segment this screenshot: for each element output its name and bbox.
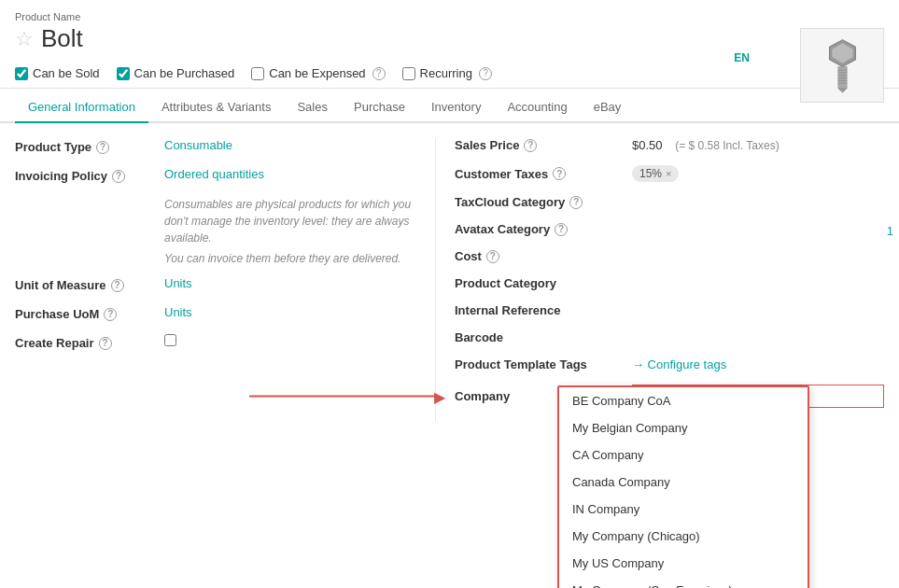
can-be-expensed-label: Can be Expensed — [269, 66, 365, 80]
avatax-category-help-icon[interactable]: ? — [555, 223, 568, 236]
unit-of-measure-help-icon[interactable]: ? — [111, 279, 124, 292]
can-be-expensed-checkbox-item: Can be Expensed ? — [251, 66, 385, 80]
main-content: Product Type ? Consumable Invoicing Poli… — [0, 123, 899, 436]
product-type-value[interactable]: Consumable — [164, 138, 416, 152]
unit-of-measure-label: Unit of Measure ? — [15, 276, 164, 292]
can-be-expensed-checkbox[interactable] — [251, 67, 264, 80]
checkboxes-row: Can be Sold Can be Purchased Can be Expe… — [15, 61, 884, 80]
tax-badge-label: 15% — [639, 167, 662, 180]
product-title-row: ☆ Bolt — [15, 24, 884, 53]
price-incl-taxes: (= $ 0.58 Incl. Taxes) — [675, 139, 780, 152]
dropdown-item-3[interactable]: Canada Company — [559, 469, 808, 496]
dropdown-item-6[interactable]: My US Company — [559, 550, 808, 577]
page-container: Product Name ☆ Bolt EN — [0, 0, 899, 588]
consumable-note-1: Consumables are physical products for wh… — [164, 196, 416, 246]
recurring-checkbox[interactable] — [402, 67, 415, 80]
consumable-note-2: You can invoice them before they are del… — [164, 250, 416, 267]
taxcloud-category-row: TaxCloud Category ? — [455, 195, 884, 209]
product-template-tags-label: Product Template Tags — [455, 357, 632, 371]
internal-reference-label: Internal Reference — [455, 303, 632, 317]
price-amount[interactable]: $0.50 — [632, 138, 663, 152]
taxcloud-category-label: TaxCloud Category ? — [455, 195, 632, 209]
tab-sales[interactable]: Sales — [284, 92, 341, 123]
invoicing-policy-value[interactable]: Ordered quantities — [164, 167, 416, 181]
customer-taxes-label: Customer Taxes ? — [455, 167, 632, 181]
product-header: Product Name ☆ Bolt EN — [0, 0, 899, 89]
dropdown-item-0[interactable]: BE Company CoA — [559, 387, 808, 414]
tab-general-information[interactable]: General Information — [15, 92, 148, 123]
customer-taxes-row: Customer Taxes ? 15% × — [455, 165, 884, 182]
product-type-label: Product Type ? — [15, 138, 164, 154]
can-be-sold-checkbox[interactable] — [15, 67, 28, 80]
sales-price-value: $0.50 (= $ 0.58 Incl. Taxes) — [632, 138, 884, 152]
tab-attributes-variants[interactable]: Attributes & Variants — [148, 92, 285, 123]
red-arrow-line — [249, 396, 436, 398]
taxcloud-category-help-icon[interactable]: ? — [569, 196, 583, 209]
purchase-uom-value[interactable]: Units — [164, 305, 416, 319]
favorite-star-icon[interactable]: ☆ — [15, 27, 34, 51]
tax-badge-remove-icon[interactable]: × — [666, 168, 671, 179]
purchase-uom-row: Purchase UoM ? Units — [15, 305, 416, 321]
red-arrow-head-icon: ▶ — [434, 387, 445, 405]
tab-inventory[interactable]: Inventory — [418, 92, 494, 123]
product-name-label: Product Name — [15, 11, 884, 22]
can-be-expensed-help-icon[interactable]: ? — [372, 67, 386, 80]
product-type-row: Product Type ? Consumable — [15, 138, 416, 154]
product-type-help-icon[interactable]: ? — [96, 141, 109, 154]
purchase-uom-help-icon[interactable]: ? — [104, 308, 117, 321]
customer-taxes-value: 15% × — [632, 165, 884, 182]
cost-help-icon[interactable]: ? — [486, 250, 499, 263]
product-title: Bolt — [41, 24, 83, 53]
unit-of-measure-row: Unit of Measure ? Units — [15, 276, 416, 292]
cost-label: Cost ? — [455, 249, 632, 263]
number-badge: 1 — [887, 224, 893, 238]
tabs-row: General Information Attributes & Variant… — [0, 92, 899, 123]
configure-tags-link[interactable]: → Configure tags — [632, 357, 884, 371]
product-category-label: Product Category — [455, 276, 632, 290]
svg-marker-9 — [837, 88, 846, 92]
product-image — [800, 28, 884, 103]
recurring-help-icon[interactable]: ? — [479, 67, 492, 80]
product-template-tags-row: Product Template Tags → Configure tags — [455, 357, 884, 371]
sales-price-help-icon[interactable]: ? — [524, 139, 537, 152]
sales-price-row: Sales Price ? $0.50 (= $ 0.58 Incl. Taxe… — [455, 138, 884, 152]
barcode-row: Barcode — [455, 330, 884, 344]
invoicing-policy-row: Invoicing Policy ? Ordered quantities — [15, 167, 416, 183]
product-category-row: Product Category — [455, 276, 884, 290]
can-be-sold-label: Can be Sold — [33, 66, 100, 80]
create-repair-checkbox[interactable] — [164, 334, 176, 346]
unit-of-measure-value[interactable]: Units — [164, 276, 416, 290]
tax-badge: 15% × — [632, 165, 679, 182]
tab-purchase[interactable]: Purchase — [341, 92, 418, 123]
purchase-uom-label: Purchase UoM ? — [15, 305, 164, 321]
create-repair-label: Create Repair ? — [15, 334, 164, 350]
tab-accounting[interactable]: Accounting — [494, 92, 580, 123]
barcode-label: Barcode — [455, 330, 632, 344]
left-panel: Product Type ? Consumable Invoicing Poli… — [15, 138, 435, 421]
dropdown-item-5[interactable]: My Company (Chicago) — [559, 523, 808, 550]
invoicing-policy-help-icon[interactable]: ? — [112, 170, 125, 183]
dropdown-item-1[interactable]: My Belgian Company — [559, 414, 808, 441]
create-repair-value — [164, 334, 416, 349]
customer-taxes-help-icon[interactable]: ? — [553, 167, 566, 180]
dropdown-item-4[interactable]: IN Company — [559, 496, 808, 523]
tab-ebay[interactable]: eBay — [581, 92, 635, 123]
can-be-purchased-checkbox-item: Can be Purchased — [117, 66, 235, 80]
bolt-svg — [808, 35, 878, 96]
product-template-tags-value: → Configure tags — [632, 357, 884, 371]
right-panel: Sales Price ? $0.50 (= $ 0.58 Incl. Taxe… — [435, 138, 884, 421]
create-repair-row: Create Repair ? — [15, 334, 416, 350]
dropdown-item-7[interactable]: My Company (San Francisco) — [559, 577, 808, 588]
sales-price-label: Sales Price ? — [455, 138, 632, 152]
create-repair-help-icon[interactable]: ? — [99, 337, 112, 350]
avatax-category-row: Avatax Category ? BE Company CoA My Belg… — [455, 222, 884, 236]
can-be-sold-checkbox-item: Can be Sold — [15, 66, 100, 80]
internal-reference-row: Internal Reference — [455, 303, 884, 317]
company-dropdown: BE Company CoA My Belgian Company CA Com… — [557, 385, 809, 588]
can-be-purchased-checkbox[interactable] — [117, 67, 130, 80]
red-arrow-container: ▶ — [249, 387, 445, 405]
language-badge[interactable]: EN — [734, 51, 750, 64]
cost-row: Cost ? — [455, 249, 884, 263]
dropdown-item-2[interactable]: CA Company — [559, 441, 808, 469]
recurring-checkbox-item: Recurring ? — [402, 66, 492, 80]
